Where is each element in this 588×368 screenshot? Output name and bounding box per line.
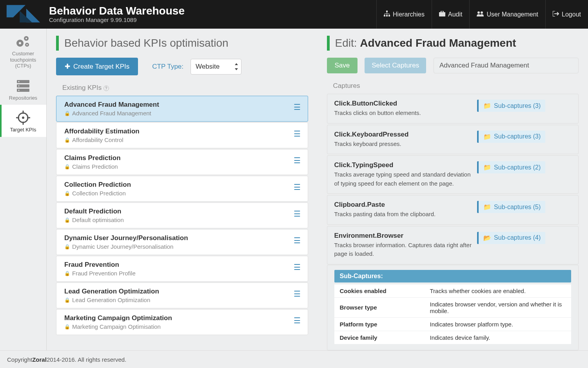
sidebar: Customer touchpoints (CTPs) Repositories…	[0, 29, 47, 350]
menu-icon[interactable]: ☰	[294, 208, 301, 218]
nav-user-management[interactable]: User Management	[469, 0, 545, 29]
capture-desc: Tracks browser information. Captures dat…	[334, 241, 472, 259]
nav-audit[interactable]: Audit	[432, 0, 469, 29]
target-icon	[2, 110, 44, 125]
logo-icon	[5, 4, 42, 24]
accent-bar	[327, 36, 330, 51]
capture-item: Click.TypingSpeedTracks average typing s…	[327, 155, 579, 194]
subcaptures-button[interactable]: 📂Sub-captures (4)	[477, 232, 545, 244]
app-subtitle: Configuration Manager 9.99.1089	[49, 16, 376, 23]
menu-icon[interactable]: ☰	[294, 261, 301, 271]
logout-icon	[553, 11, 559, 18]
logo	[5, 4, 42, 26]
users-icon	[477, 11, 484, 18]
subcaptures-button[interactable]: 📁Sub-captures (3)	[477, 100, 545, 112]
save-button[interactable]: Save	[327, 58, 358, 73]
server-icon	[2, 78, 44, 93]
kpi-name: Collection Prediction	[64, 181, 294, 189]
kpi-item[interactable]: Dynamic User Journey/Personalisation🔒 Dy…	[56, 229, 308, 255]
app-title: Behavior Data Warehouse	[49, 5, 376, 16]
ctp-type-select[interactable]: Website	[191, 59, 241, 75]
lock-icon: 🔒	[64, 244, 70, 250]
select-value: Website	[196, 63, 220, 70]
menu-icon[interactable]: ☰	[294, 128, 301, 138]
kpi-subtitle: 🔒 Dynamic User Journey/Personalisation	[64, 243, 294, 250]
header-nav: Hierarchies Audit User Management Logout	[376, 0, 588, 29]
kpi-name: Default Prediction	[64, 208, 294, 215]
kpi-item[interactable]: Affordability Estimation🔒 Affordability …	[56, 122, 308, 148]
captures-list: Click.ButtonClickedTracks clicks on butt…	[327, 94, 579, 350]
nav-hierarchies[interactable]: Hierarchies	[376, 0, 432, 29]
kpi-name: Marketing Campaign Optimization	[64, 314, 294, 322]
kpi-name: Fraud Prevention	[64, 261, 294, 269]
edit-pane: Edit: Advanced Fraud Management Save Sel…	[318, 29, 588, 350]
lock-icon: 🔒	[64, 297, 70, 303]
kpi-item[interactable]: Claims Prediction🔒 Claims Prediction☰	[56, 149, 308, 175]
menu-icon[interactable]: ☰	[294, 234, 301, 244]
capture-name: Click.ButtonClicked	[334, 100, 472, 107]
folder-icon: 📁	[483, 133, 491, 140]
menu-icon[interactable]: ☰	[294, 154, 301, 164]
menu-icon[interactable]: ☰	[294, 288, 301, 298]
main: Behavior based KPIs optimisation ✚ Creat…	[47, 29, 588, 350]
subcaptures-button[interactable]: 📁Sub-captures (5)	[477, 201, 545, 213]
subcapture-row: Cookies enabledTracks whether cookies ar…	[334, 284, 572, 297]
help-icon[interactable]: ?	[103, 86, 109, 91]
folder-icon: 📁	[483, 102, 491, 109]
kpi-item[interactable]: Collection Prediction🔒 Collection Predic…	[56, 176, 308, 202]
lock-icon: 🔒	[64, 271, 70, 276]
sidebar-item-repositories[interactable]: Repositories	[0, 73, 46, 105]
subcapture-name: Device family	[334, 331, 425, 344]
menu-icon[interactable]: ☰	[294, 314, 301, 324]
kpi-item[interactable]: Fraud Prevention🔒 Fraud Prevention Profi…	[56, 256, 308, 282]
svg-point-9	[477, 11, 480, 14]
subcaptures-label: Sub-captures (5)	[494, 204, 541, 211]
nav-label: Hierarchies	[393, 11, 425, 18]
existing-kpis-label: Existing KPIs ?	[56, 84, 308, 92]
kpi-name-input[interactable]	[434, 58, 579, 73]
lock-icon: 🔒	[64, 111, 70, 116]
subcapture-name: Cookies enabled	[334, 284, 425, 297]
svg-rect-6	[388, 15, 390, 16]
svg-point-14	[25, 38, 27, 39]
subcapture-row: Platform typeIndicates browser platform …	[334, 318, 572, 331]
svg-rect-3	[386, 11, 388, 12]
kpi-list: Advanced Fraud Management🔒 Advanced Frau…	[56, 96, 308, 335]
kpi-item[interactable]: Advanced Fraud Management🔒 Advanced Frau…	[56, 96, 308, 122]
pane-title: Behavior based KPIs optimisation	[64, 37, 229, 49]
subcapture-row: Browser typeIndicates browser vendor, ve…	[334, 298, 572, 317]
kpi-item[interactable]: Lead Generation Optimization🔒 Lead Gener…	[56, 282, 308, 308]
subcaptures-table: Cookies enabledTracks whether cookies ar…	[334, 284, 572, 344]
svg-point-22	[18, 89, 20, 91]
sidebar-item-target-kpis[interactable]: Target KPIs	[0, 105, 46, 137]
menu-icon[interactable]: ☰	[294, 101, 301, 111]
create-kpi-button[interactable]: ✚ Create Target KPIs	[56, 58, 138, 75]
ctp-type-label: CTP Type:	[152, 63, 183, 71]
sidebar-item-ctps[interactable]: Customer touchpoints (CTPs)	[0, 29, 46, 73]
svg-point-10	[481, 11, 483, 14]
svg-rect-5	[386, 15, 388, 16]
subcaptures-button[interactable]: 📁Sub-captures (2)	[477, 161, 545, 173]
subcaptures-label: Sub-captures (2)	[494, 164, 541, 171]
subcaptures-button[interactable]: 📁Sub-captures (3)	[477, 131, 545, 143]
nav-logout[interactable]: Logout	[545, 0, 588, 29]
kpi-item[interactable]: Marketing Campaign Optimization🔒 Marketi…	[56, 309, 308, 335]
capture-item: Clipboard.PasteTracks pasting data from …	[327, 195, 579, 225]
nav-label: User Management	[486, 11, 538, 18]
kpi-subtitle: 🔒 Collection Prediction	[64, 190, 294, 197]
kpi-list-pane: Behavior based KPIs optimisation ✚ Creat…	[47, 29, 318, 350]
svg-point-16	[26, 44, 27, 45]
subcapture-desc: Indicates device family.	[425, 331, 572, 344]
subcaptures-panel: Sub-Captures:Cookies enabledTracks wheth…	[327, 265, 579, 350]
menu-icon[interactable]: ☰	[294, 181, 301, 191]
kpi-subtitle: 🔒 Affordability Control	[64, 137, 294, 143]
kpi-subtitle: 🔒 Default optimisation	[64, 217, 294, 223]
svg-rect-4	[384, 15, 385, 16]
nav-label: Audit	[448, 11, 462, 18]
capture-item: Click.ButtonClickedTracks clicks on butt…	[327, 94, 579, 124]
accent-bar	[56, 36, 59, 51]
select-captures-button[interactable]: Select Captures	[365, 58, 426, 73]
subcapture-row: Device familyIndicates device family.	[334, 331, 572, 344]
kpi-item[interactable]: Default Prediction🔒 Default optimisation…	[56, 202, 308, 228]
lock-icon: 🔒	[64, 164, 70, 169]
